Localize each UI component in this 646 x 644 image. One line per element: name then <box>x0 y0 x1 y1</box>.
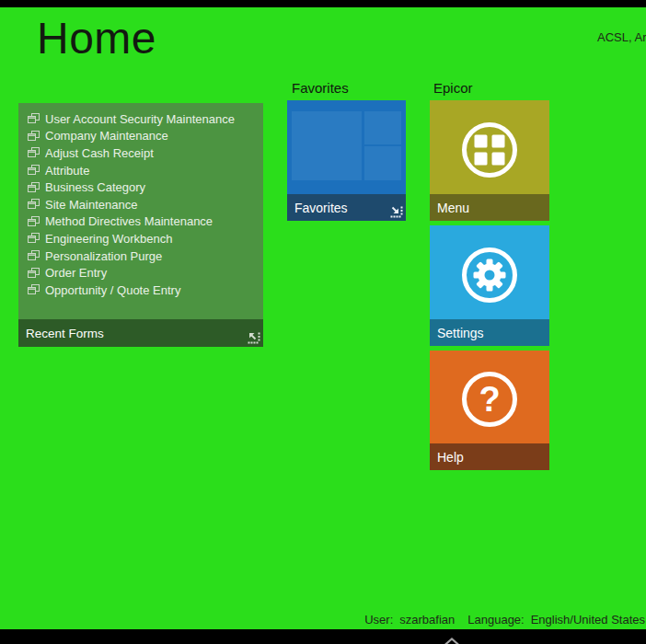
recent-form-label: User Account Security Maintenance <box>45 112 235 126</box>
favorites-preview-tile <box>364 146 401 180</box>
gear-icon <box>455 240 525 310</box>
recent-form-label: Engineering Workbench <box>45 232 173 246</box>
recent-form-item[interactable]: Attribute <box>28 162 258 179</box>
user-value: szarbafian <box>399 613 455 627</box>
recent-form-item[interactable]: Personalization Purge <box>28 247 258 265</box>
expand-up-button[interactable] <box>444 633 459 644</box>
form-icon <box>28 182 40 193</box>
resize-down-right-icon <box>390 205 403 218</box>
recent-form-item[interactable]: Business Category <box>28 178 258 196</box>
top-edge-bar <box>0 0 646 7</box>
tile-help[interactable]: ? Help <box>430 351 549 470</box>
recent-form-label: Business Category <box>45 180 145 194</box>
recent-form-label: Adjust Cash Receipt <box>45 146 154 160</box>
recent-form-label: Site Maintenance <box>45 198 137 212</box>
form-icon <box>28 199 40 210</box>
svg-text:?: ? <box>479 380 500 419</box>
help-caption-bar: Help <box>430 443 549 470</box>
menu-caption-bar: Menu <box>430 194 549 221</box>
language-label: Language: <box>467 613 524 627</box>
tile-favorites[interactable]: Favorites <box>287 100 406 221</box>
recent-form-label: Order Entry <box>45 266 107 280</box>
form-icon <box>28 284 40 295</box>
recent-forms-caption-bar: Recent Forms <box>18 319 263 347</box>
group-header-epicor: Epicor <box>433 80 473 96</box>
form-icon <box>28 268 40 279</box>
help-caption: Help <box>437 450 464 465</box>
form-icon <box>28 165 40 176</box>
recent-form-item[interactable]: Opportunity / Quote Entry <box>28 282 258 299</box>
recent-forms-panel: User Account Security Maintenance Compan… <box>18 103 263 347</box>
recent-form-item[interactable]: Order Entry <box>28 264 258 282</box>
form-icon <box>28 131 40 142</box>
favorites-preview-tile <box>364 111 401 144</box>
user-label: User: <box>364 613 393 627</box>
form-icon <box>28 250 40 261</box>
recent-forms-caption: Recent Forms <box>26 327 104 340</box>
language-value: English/United States <box>531 613 645 627</box>
recent-form-item[interactable]: User Account Security Maintenance <box>28 110 258 128</box>
page-title: Home <box>37 13 156 63</box>
recent-form-item[interactable]: Method Directives Maintenance <box>28 213 258 231</box>
group-header-favorites: Favorites <box>292 80 349 96</box>
status-bar: User: szarbafian Language: English/Unite… <box>364 613 645 627</box>
recent-form-item[interactable]: Site Maintenance <box>28 196 258 213</box>
favorites-caption: Favorites <box>294 201 348 215</box>
bottom-edge-bar <box>0 629 646 644</box>
recent-forms-list: User Account Security Maintenance Compan… <box>18 103 263 299</box>
recent-form-label: Opportunity / Quote Entry <box>45 283 180 297</box>
recent-form-item[interactable]: Engineering Workbench <box>28 230 258 247</box>
form-icon <box>28 147 40 158</box>
settings-caption: Settings <box>437 326 484 340</box>
resize-larger-button[interactable] <box>390 205 403 218</box>
form-icon <box>28 233 40 244</box>
resize-smaller-button[interactable] <box>248 331 260 344</box>
recent-form-label: Attribute <box>45 164 89 178</box>
help-icon: ? <box>455 364 525 434</box>
tile-settings[interactable]: Settings <box>430 225 549 346</box>
menu-caption: Menu <box>437 201 469 215</box>
recent-form-item[interactable]: Adjust Cash Receipt <box>28 144 258 162</box>
favorites-caption-bar: Favorites <box>287 194 406 221</box>
tile-menu[interactable]: Menu <box>430 100 549 221</box>
favorites-preview-tile <box>292 111 362 180</box>
recent-form-label: Company Maintenance <box>45 129 168 143</box>
resize-up-left-icon <box>248 331 260 344</box>
form-icon <box>28 216 40 227</box>
menu-grid-icon <box>455 115 525 185</box>
settings-caption-bar: Settings <box>430 319 549 346</box>
form-icon <box>28 113 40 124</box>
chevron-up-icon <box>444 638 459 644</box>
recent-form-label: Method Directives Maintenance <box>45 214 213 228</box>
recent-form-label: Personalization Purge <box>45 249 162 263</box>
home-screen: { "window": { "title": "Home", "company"… <box>0 0 646 644</box>
company-label: ACSL, Arg <box>597 30 646 44</box>
recent-form-item[interactable]: Company Maintenance <box>28 128 258 145</box>
